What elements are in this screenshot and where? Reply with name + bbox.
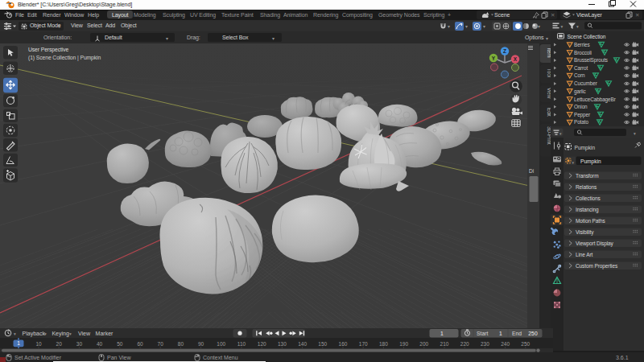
svg-text:Keying: Keying	[52, 331, 69, 337]
svg-text:Playback: Playback	[23, 331, 46, 337]
svg-text:End: End	[512, 331, 522, 336]
svg-text:Relations: Relations	[576, 184, 597, 190]
svg-text:Collections: Collections	[576, 195, 601, 201]
svg-text:▾: ▾	[634, 131, 636, 136]
svg-text:140: 140	[298, 341, 307, 347]
svg-text:170: 170	[359, 341, 368, 347]
svg-text:Carrot: Carrot	[574, 65, 588, 71]
svg-text:Corn: Corn	[574, 72, 585, 78]
svg-text:120: 120	[258, 341, 266, 347]
svg-text:User Perspective: User Perspective	[28, 47, 68, 53]
svg-text:Motion Paths: Motion Paths	[576, 218, 606, 224]
svg-text:210: 210	[440, 341, 449, 347]
svg-text:60: 60	[137, 341, 143, 347]
svg-text:Transform: Transform	[576, 173, 598, 179]
svg-text:90: 90	[198, 341, 204, 347]
svg-text:250: 250	[528, 331, 538, 336]
svg-text:▾: ▾	[576, 24, 579, 29]
svg-text:Scene Collection: Scene Collection	[568, 34, 606, 39]
svg-text:160: 160	[339, 341, 348, 347]
svg-text:▾: ▾	[14, 331, 16, 336]
svg-text:230: 230	[481, 341, 489, 347]
svg-text:Potato: Potato	[574, 119, 588, 125]
svg-text:Y: Y	[492, 56, 496, 61]
svg-text:80: 80	[178, 341, 184, 347]
svg-text:X: X	[514, 56, 518, 62]
svg-text:Instancing: Instancing	[576, 207, 599, 213]
svg-text:30: 30	[76, 341, 83, 347]
svg-text:Pumpkin: Pumpkin	[575, 145, 596, 151]
svg-text:20: 20	[56, 341, 63, 347]
svg-text:1: 1	[440, 331, 444, 336]
svg-text:▾: ▾	[69, 331, 72, 336]
svg-text:Onion: Onion	[574, 104, 588, 109]
svg-text:Broccoli: Broccoli	[574, 50, 592, 56]
svg-text:▾: ▾	[561, 24, 564, 29]
svg-text:Pumpkin: Pumpkin	[580, 158, 601, 165]
svg-text:40: 40	[97, 341, 103, 347]
svg-text:1: 1	[17, 340, 20, 346]
svg-text:50: 50	[117, 341, 123, 347]
svg-text:BrusselSprouts: BrusselSprouts	[574, 57, 608, 64]
svg-text:220: 220	[460, 341, 469, 347]
svg-text:Di: Di	[529, 168, 534, 174]
svg-text:190: 190	[399, 341, 408, 347]
svg-text:Custom Properties: Custom Properties	[576, 263, 618, 269]
svg-text:240: 240	[501, 341, 510, 347]
svg-text:150: 150	[318, 341, 327, 347]
svg-text:Cucumber: Cucumber	[574, 80, 598, 86]
svg-text:View: View	[78, 331, 91, 336]
svg-text:Start: Start	[477, 331, 488, 336]
svg-text:100: 100	[217, 341, 225, 347]
svg-text:200: 200	[419, 341, 428, 347]
svg-text:Z: Z	[503, 48, 506, 54]
svg-text:garlic: garlic	[574, 88, 587, 95]
svg-text:Visibility: Visibility	[576, 229, 594, 236]
svg-text:Marker: Marker	[96, 331, 114, 336]
svg-text:180: 180	[379, 341, 388, 347]
svg-text:Pepper: Pepper	[574, 112, 591, 118]
svg-text:Berries: Berries	[574, 42, 590, 47]
svg-text:10: 10	[35, 341, 42, 347]
svg-text:Viewport Display: Viewport Display	[576, 241, 614, 247]
svg-text:LettuceCabbageBr: LettuceCabbageBr	[574, 97, 617, 103]
svg-text:110: 110	[237, 341, 246, 347]
svg-text:Line Art: Line Art	[576, 252, 593, 257]
svg-text:▾: ▾	[44, 331, 47, 336]
svg-text:70: 70	[158, 341, 164, 347]
svg-text:250: 250	[521, 341, 530, 347]
svg-text:(1) Scene Collection | Pumpkin: (1) Scene Collection | Pumpkin	[28, 55, 101, 61]
svg-text:130: 130	[278, 341, 287, 347]
svg-text:1: 1	[499, 331, 502, 336]
